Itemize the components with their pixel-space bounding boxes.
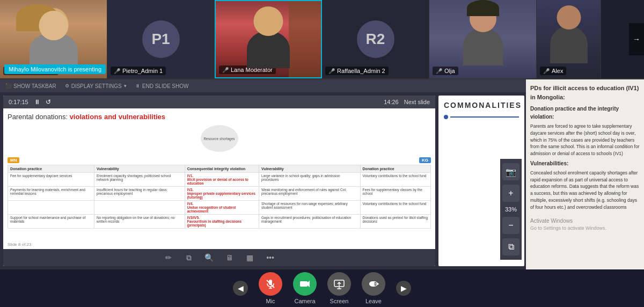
resource-shortages-cloud: Resource shortages xyxy=(201,125,238,152)
slide-tools: ✏ ⧉ 🔍 🖥 ▦ ••• xyxy=(3,249,435,266)
video-strip: 🎤 Maia Gelashvili P1 🎤 Pietro_Admin 1 🎤 … xyxy=(0,0,644,79)
main-area: ⬛ SHOW TASKBAR ⚙ DISPLAY SETTINGS ▾ ⏸ EN… xyxy=(0,79,644,269)
slide-toolbar: ⬛ SHOW TASKBAR ⚙ DISPLAY SETTINGS ▾ ⏸ EN… xyxy=(0,79,526,92)
leave-button[interactable] xyxy=(362,272,385,296)
control-bar: ◀ Mic Camera xyxy=(0,269,644,307)
commonalities-content: COMMONALITIES xyxy=(438,96,524,125)
display-settings-btn[interactable]: ⚙ DISPLAY SETTINGS ▾ xyxy=(65,83,127,89)
right-panel-vuln-subtitle: Vulnerabilities: xyxy=(530,159,640,167)
mic-icon xyxy=(265,279,276,289)
slide-table: Donation practice Vulnerability Conseque… xyxy=(8,165,431,229)
avatar-raffaella: R2 xyxy=(357,20,394,58)
camera-capture-button[interactable]: 📷 xyxy=(502,163,519,180)
badge-kg: KG xyxy=(419,157,431,163)
participant-name-olja: 🎤 Olja xyxy=(433,67,458,75)
right-panel: PDs for illicit access to education (IV1… xyxy=(526,79,644,269)
show-taskbar-btn[interactable]: ⬛ SHOW TASKBAR xyxy=(5,83,56,89)
right-panel-title: PDs for illicit access to education (IV1… xyxy=(530,84,640,101)
camera-control[interactable]: Camera xyxy=(293,272,317,304)
participant-name-raffaella: 🎤 Raffaella_Admin 2 xyxy=(325,67,389,75)
panel-icons: 📷 + 33% − ⧉ xyxy=(500,159,522,260)
col-header-violation: Consequential integrity violation xyxy=(185,165,259,173)
table-row: IV4.Undue recognition of student achieve… xyxy=(8,201,431,215)
slide-body: Parental donations: violations and vulne… xyxy=(3,108,435,266)
slide-content: 0:17:15 ⏸ ↺ 14:26 Next slide Parental do… xyxy=(0,92,526,269)
search-icon[interactable]: 🔍 xyxy=(203,252,215,264)
fit-screen-button[interactable]: ⧉ xyxy=(502,238,519,255)
leave-control[interactable]: Leave xyxy=(362,272,385,304)
svg-marker-5 xyxy=(308,281,310,287)
zoom-out-button[interactable]: − xyxy=(502,217,519,234)
slide-number: Slide 8 of 23 xyxy=(8,242,31,247)
leave-label: Leave xyxy=(365,298,382,304)
video-tile-olja[interactable]: 🎤 Olja xyxy=(429,0,537,78)
monitor-icon[interactable]: 🖥 xyxy=(224,252,236,264)
col-header-dp-left: Donation practice xyxy=(8,165,94,173)
avatar-pietro: P1 xyxy=(142,20,180,58)
right-panel-donation-subtitle: Donation practice and the integrity viol… xyxy=(530,105,640,121)
zoom-percent: 33% xyxy=(502,206,519,213)
slide-left: 0:17:15 ⏸ ↺ 14:26 Next slide Parental do… xyxy=(3,96,435,266)
screen-control[interactable]: Screen xyxy=(327,272,351,304)
grid-icon[interactable]: ▦ xyxy=(244,252,256,264)
right-panel-vuln-text: Concealed school enrolment capacity shor… xyxy=(530,170,640,211)
video-tile-alex[interactable]: 🎤 Alex xyxy=(537,0,601,78)
presenter-banner: Mihaylo Milovanovitch is presenting xyxy=(4,64,106,74)
table-row: Fee for supplementary daycare services E… xyxy=(8,173,431,187)
slide-area: ⬛ SHOW TASKBAR ⚙ DISPLAY SETTINGS ▾ ⏸ EN… xyxy=(0,79,526,269)
prev-slide-button[interactable]: ◀ xyxy=(233,281,248,296)
video-tile-pietro[interactable]: P1 🎤 Pietro_Admin 1 xyxy=(107,0,215,78)
col-header-vuln-left: Vulnerability xyxy=(94,165,185,173)
badge-mn: MN xyxy=(8,157,19,163)
svg-rect-4 xyxy=(300,281,308,287)
next-slide-button[interactable]: ▶ xyxy=(396,281,411,296)
end-slideshow-btn[interactable]: ⏸ END SLIDE SHOW xyxy=(135,83,189,89)
mic-control[interactable]: Mic xyxy=(259,272,282,304)
screen-button[interactable] xyxy=(327,272,351,296)
activate-windows-notice: Activate Windows Go to Settings to activ… xyxy=(530,217,640,232)
col-header-dp-right: Donation practice xyxy=(360,165,430,173)
slide-timer: 0:17:15 ⏸ ↺ 14:26 Next slide xyxy=(3,96,435,108)
next-participants-button[interactable]: → xyxy=(629,23,644,55)
copy-icon[interactable]: ⧉ xyxy=(183,252,195,264)
table-row: Support for school maintenance and purch… xyxy=(8,215,431,229)
participant-name-alex: 🎤 Alex xyxy=(540,67,566,75)
more-options-icon[interactable]: ••• xyxy=(265,252,276,264)
video-tile-raffaella[interactable]: R2 🎤 Raffaella_Admin 2 xyxy=(322,0,429,78)
mic-button[interactable] xyxy=(259,272,282,296)
screen-label: Screen xyxy=(330,298,349,304)
table-row: Payments for learning materials, enrichm… xyxy=(8,187,431,201)
slide-title: Parental donations: violations and vulne… xyxy=(8,113,431,121)
camera-icon xyxy=(299,278,311,290)
zoom-in-button[interactable]: + xyxy=(502,185,519,202)
video-tile-lana[interactable]: 🎤 Lana Moderator xyxy=(215,0,322,78)
mic-label: Mic xyxy=(266,298,275,304)
leave-icon xyxy=(368,278,379,290)
participant-name-pietro: 🎤 Pietro_Admin 1 xyxy=(111,67,166,75)
screen-icon xyxy=(333,278,345,290)
col-header-vuln-right: Vulnerability xyxy=(259,165,360,173)
pencil-icon[interactable]: ✏ xyxy=(163,252,174,264)
camera-label: Camera xyxy=(294,298,315,304)
camera-button[interactable] xyxy=(293,272,317,296)
right-panel-content: Parents are forced to agree to take supp… xyxy=(530,123,640,157)
